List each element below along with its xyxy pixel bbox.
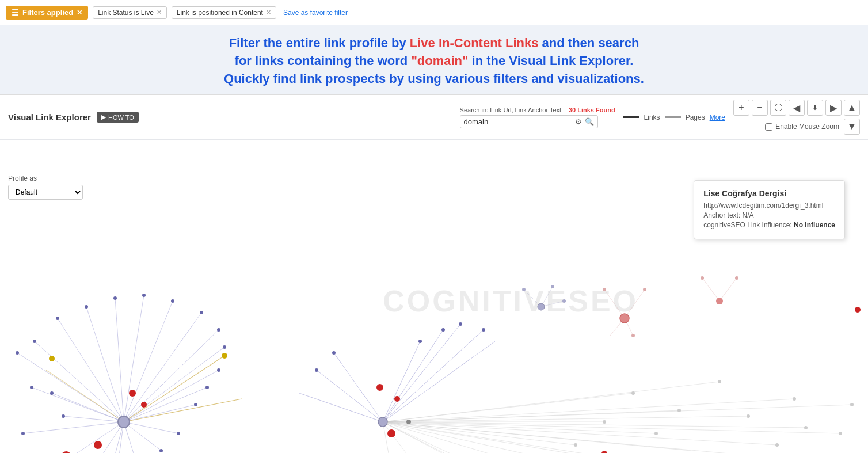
- svg-point-46: [159, 449, 163, 452]
- remove-filter1-button[interactable]: ✕: [157, 9, 162, 16]
- how-to-label: HOW TO: [108, 114, 134, 121]
- svg-point-38: [171, 299, 174, 303]
- svg-line-73: [383, 405, 852, 422]
- svg-point-50: [50, 391, 54, 395]
- svg-point-90: [406, 420, 411, 424]
- search-input[interactable]: [464, 117, 572, 126]
- left-cluster: [16, 294, 242, 453]
- nav-right-button[interactable]: ▶: [825, 100, 842, 116]
- svg-point-58: [49, 356, 55, 361]
- legend-more-link[interactable]: More: [710, 113, 725, 121]
- svg-point-116: [332, 351, 336, 355]
- filter-tag-label: Link is positioned in Content: [177, 9, 263, 17]
- vle-title: Visual Link Explorer: [8, 112, 91, 122]
- svg-line-13: [124, 330, 219, 422]
- svg-point-55: [141, 402, 147, 408]
- svg-point-39: [200, 311, 203, 314]
- filter-tag-link-status: Link Status is Live ✕: [93, 6, 167, 19]
- svg-point-115: [482, 328, 485, 332]
- svg-point-117: [315, 368, 318, 372]
- svg-line-119: [625, 290, 645, 318]
- svg-point-56: [118, 416, 130, 428]
- svg-line-6: [35, 341, 124, 422]
- tooltip-anchor: Anchor text: N/A: [703, 211, 835, 219]
- svg-point-95: [677, 409, 681, 412]
- svg-point-128: [701, 276, 704, 280]
- svg-line-62: [383, 393, 633, 422]
- zoom-in-button[interactable]: +: [733, 100, 749, 116]
- svg-point-93: [631, 391, 635, 395]
- svg-point-123: [643, 288, 646, 291]
- svg-point-103: [850, 403, 854, 406]
- svg-point-44: [194, 403, 197, 406]
- svg-point-113: [441, 328, 445, 332]
- svg-line-15: [124, 370, 219, 422]
- svg-point-27: [16, 351, 19, 355]
- svg-point-96: [718, 380, 721, 383]
- legend-links-line: [623, 116, 639, 118]
- svg-line-12: [124, 313, 201, 422]
- search-box: ⚙ 🔍: [460, 115, 598, 128]
- nav-left-button[interactable]: ◀: [789, 100, 805, 116]
- nav-up-button[interactable]: ▲: [844, 100, 860, 116]
- svg-point-33: [33, 340, 36, 343]
- tooltip-site-name: Lise Coğrafya Dergisi: [703, 189, 835, 198]
- svg-point-43: [205, 386, 209, 389]
- svg-point-49: [62, 414, 65, 418]
- svg-line-83: [383, 330, 443, 422]
- svg-line-10: [124, 295, 144, 422]
- svg-point-106: [387, 429, 395, 437]
- svg-point-91: [574, 443, 577, 447]
- svg-line-84: [383, 324, 460, 422]
- svg-line-85: [383, 330, 484, 422]
- save-favorite-filter-link[interactable]: Save as favorite filter: [283, 9, 348, 17]
- svg-line-68: [383, 422, 777, 445]
- svg-point-130: [716, 298, 723, 304]
- svg-line-87: [334, 353, 383, 422]
- download-button[interactable]: ⬇: [807, 100, 823, 116]
- search-label: Search in: Link Url, Link Anchor Text - …: [460, 106, 615, 113]
- node-tooltip: Lise Coğrafya Dergisi http://www.lcdegit…: [694, 180, 845, 239]
- svg-point-94: [654, 432, 658, 435]
- how-to-button[interactable]: ▶ HOW TO: [97, 112, 139, 123]
- profile-label: Profile as: [8, 174, 83, 182]
- svg-point-102: [839, 432, 842, 435]
- svg-point-134: [522, 288, 526, 291]
- enable-mouse-zoom-checkbox[interactable]: [765, 123, 772, 131]
- svg-line-67: [383, 416, 748, 422]
- vle-controls: Search in: Link Url, Link Anchor Text - …: [460, 100, 860, 135]
- hero-line2-blue2: in the Visual Link Explorer.: [468, 54, 633, 68]
- gear-icon[interactable]: ⚙: [575, 117, 582, 126]
- svg-line-18: [124, 422, 178, 433]
- svg-line-86: [383, 341, 495, 422]
- svg-line-69: [383, 399, 794, 422]
- play-icon: ▶: [101, 113, 106, 121]
- svg-point-108: [601, 451, 607, 453]
- svg-line-1: [32, 387, 124, 422]
- tooltip-anchor-value: N/A: [743, 211, 754, 219]
- svg-point-105: [394, 396, 400, 402]
- svg-point-54: [129, 390, 136, 397]
- profile-select[interactable]: Default: [8, 185, 83, 200]
- search-icon[interactable]: 🔍: [585, 117, 594, 126]
- filter-tag-link-position: Link is positioned in Content ✕: [172, 6, 276, 19]
- svg-line-19: [124, 422, 161, 451]
- nav-down-button[interactable]: ▼: [844, 119, 860, 135]
- enable-mouse-zoom-label: Enable Mouse Zoom: [765, 123, 839, 131]
- hero-line1-blue: Filter the entire link profile by: [229, 36, 410, 50]
- svg-point-40: [217, 328, 220, 332]
- svg-point-97: [747, 414, 750, 418]
- fullscreen-button[interactable]: ⛶: [770, 100, 786, 116]
- svg-line-127: [719, 278, 737, 301]
- profile-section: Profile as Default: [8, 174, 83, 200]
- svg-line-89: [299, 393, 383, 422]
- svg-point-112: [418, 340, 422, 343]
- close-filters-icon[interactable]: ✕: [77, 9, 82, 17]
- graph-area[interactable]: Profile as Default COGNITIVESEO: [0, 140, 868, 453]
- filters-applied-button[interactable]: ☰ Filters applied ✕: [6, 6, 88, 20]
- remove-filter2-button[interactable]: ✕: [266, 9, 271, 16]
- svg-point-104: [376, 384, 383, 391]
- hero-line1-red: Live In-Content Links: [410, 36, 539, 50]
- zoom-out-button[interactable]: −: [752, 100, 768, 116]
- svg-point-122: [603, 288, 606, 291]
